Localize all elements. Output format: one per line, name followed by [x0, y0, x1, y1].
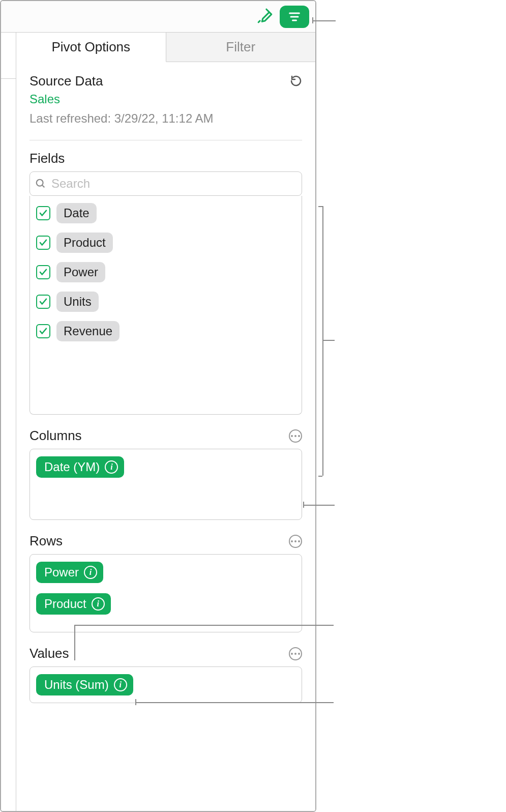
field-chip[interactable]: Product	[56, 233, 113, 253]
fields-search-input[interactable]	[50, 176, 296, 191]
callout-line	[303, 505, 335, 506]
field-chip[interactable]: Power	[56, 262, 105, 282]
callout-line	[303, 502, 304, 508]
field-row: Date	[36, 203, 295, 223]
fields-list: Date Product Power	[29, 196, 302, 415]
values-heading: Values	[29, 646, 69, 661]
callout-line	[74, 625, 75, 660]
rows-heading: Rows	[29, 533, 63, 549]
columns-more-icon[interactable]	[289, 429, 302, 443]
panel-body: Source Data Sales Last refreshed: 3/29/2…	[16, 62, 315, 811]
row-pill[interactable]: Product i	[36, 593, 111, 615]
row-pill[interactable]: Power i	[36, 562, 103, 583]
column-pill[interactable]: Date (YM) i	[36, 456, 124, 478]
fields-search[interactable]	[29, 171, 302, 196]
callout-line	[74, 625, 334, 626]
source-data-header: Source Data	[29, 71, 302, 92]
pill-label: Units (Sum)	[44, 678, 109, 692]
field-checkbox[interactable]	[36, 324, 50, 338]
rows-more-icon[interactable]	[289, 535, 302, 548]
check-icon	[39, 209, 48, 218]
field-checkbox[interactable]	[36, 236, 50, 250]
divider	[29, 140, 302, 140]
inspector-frame: Pivot Options Filter Source Data Sales L…	[0, 0, 316, 812]
search-icon	[35, 178, 46, 189]
tab-filter[interactable]: Filter	[166, 33, 316, 62]
callout-line	[318, 206, 322, 207]
info-icon[interactable]: i	[84, 566, 97, 579]
field-chip[interactable]: Units	[56, 292, 99, 312]
info-icon[interactable]: i	[92, 597, 105, 611]
rows-dropzone[interactable]: Power i Product i	[29, 554, 302, 632]
callout-line	[322, 340, 335, 341]
callout-line	[135, 699, 136, 705]
source-table-link[interactable]: Sales	[29, 92, 302, 106]
callout-line	[135, 702, 334, 703]
field-checkbox[interactable]	[36, 265, 50, 279]
inspector-panel: Pivot Options Filter Source Data Sales L…	[16, 33, 315, 811]
rows-header: Rows	[29, 533, 302, 549]
format-brush-icon[interactable]	[256, 7, 274, 26]
values-dropzone[interactable]: Units (Sum) i	[29, 666, 302, 703]
field-row: Revenue	[36, 321, 295, 341]
check-icon	[39, 297, 48, 306]
pill-label: Product	[44, 597, 86, 611]
field-row: Units	[36, 292, 295, 312]
values-more-icon[interactable]	[289, 647, 302, 660]
callout-line	[312, 20, 336, 21]
field-row: Product	[36, 233, 295, 253]
toolbar	[1, 1, 315, 33]
tab-bar: Pivot Options Filter	[16, 33, 315, 62]
columns-dropzone[interactable]: Date (YM) i	[29, 449, 302, 520]
values-header: Values	[29, 646, 302, 661]
last-refreshed-text: Last refreshed: 3/29/22, 11:12 AM	[29, 111, 302, 126]
callout-line	[318, 476, 322, 477]
field-chip[interactable]: Revenue	[56, 321, 120, 341]
columns-heading: Columns	[29, 428, 82, 444]
info-icon[interactable]: i	[105, 460, 118, 474]
pill-label: Power	[44, 565, 79, 579]
svg-point-3	[37, 180, 43, 186]
refresh-icon[interactable]	[290, 75, 302, 89]
field-chip[interactable]: Date	[56, 203, 97, 223]
field-checkbox[interactable]	[36, 295, 50, 309]
tab-pivot-options[interactable]: Pivot Options	[16, 33, 166, 62]
field-checkbox[interactable]	[36, 206, 50, 220]
check-icon	[39, 327, 48, 336]
check-icon	[39, 268, 48, 277]
value-pill[interactable]: Units (Sum) i	[36, 674, 133, 695]
field-row: Power	[36, 262, 295, 282]
sheet-edge	[1, 33, 16, 812]
columns-header: Columns	[29, 428, 302, 444]
callout-bracket	[322, 206, 323, 476]
source-data-heading: Source Data	[29, 73, 103, 89]
svg-line-4	[42, 185, 45, 188]
pill-label: Date (YM)	[44, 460, 100, 474]
check-icon	[39, 238, 48, 247]
callout-line	[312, 17, 313, 23]
fields-heading: Fields	[29, 151, 302, 166]
organize-button[interactable]	[280, 6, 309, 28]
info-icon[interactable]: i	[114, 678, 127, 691]
